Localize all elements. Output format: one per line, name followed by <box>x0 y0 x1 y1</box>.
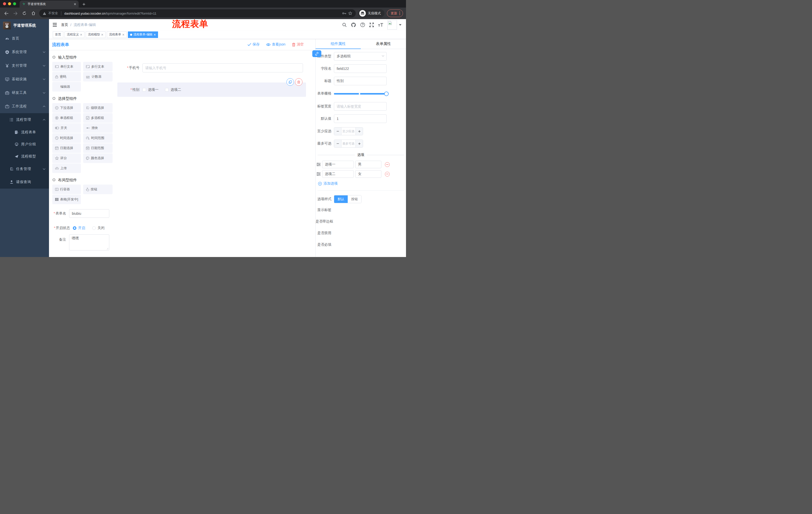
home-icon[interactable] <box>30 10 37 17</box>
label-width-input[interactable] <box>334 102 387 111</box>
component-type-select[interactable] <box>334 52 387 61</box>
font-size-icon[interactable] <box>377 21 384 29</box>
palette-item-rate[interactable]: 评分 <box>52 154 81 163</box>
palette-item-single-text[interactable]: 单行文本 <box>52 62 81 72</box>
option-label-input[interactable] <box>322 170 354 178</box>
browser-update-button[interactable]: 更新 <box>387 9 403 17</box>
remove-option-button[interactable] <box>385 172 390 177</box>
style-button-button[interactable]: 按钮 <box>348 195 361 203</box>
save-button[interactable]: 保存 <box>248 42 260 47</box>
tag-process-model[interactable]: 流程模型 <box>86 31 106 38</box>
palette-item-date-picker[interactable]: 日期选择 <box>52 143 81 153</box>
palette-item-checkbox-group[interactable]: 多选框组 <box>83 113 113 123</box>
tag-process-definition[interactable]: 流程定义 <box>64 31 84 38</box>
drag-handle-icon[interactable] <box>317 163 321 166</box>
component-type-value[interactable] <box>334 52 387 61</box>
copy-component-button[interactable] <box>286 78 294 86</box>
browser-menu-icon[interactable] <box>399 11 400 15</box>
remove-option-button[interactable] <box>385 162 390 167</box>
form-canvas[interactable]: *手机号 *性别 选项一 选项二 <box>115 50 315 257</box>
tag-process-form-edit[interactable]: 流程表单-编辑 <box>128 31 158 38</box>
palette-item-table[interactable]: 表格[开发中] <box>52 195 81 204</box>
add-option-button[interactable]: 添加选项 <box>318 181 406 186</box>
help-icon[interactable] <box>359 21 366 29</box>
decrease-button[interactable] <box>334 128 342 135</box>
palette-item-password[interactable]: 密码 <box>52 72 81 81</box>
palette-item-select[interactable]: 下拉选择 <box>52 103 81 113</box>
palette-item-cascader[interactable]: 级联选择 <box>83 103 113 113</box>
drag-handle-icon[interactable] <box>317 172 321 176</box>
option-value-input[interactable] <box>355 161 381 168</box>
option-value-input[interactable] <box>355 170 381 178</box>
palette-item-time-picker[interactable]: 时间选择 <box>52 133 81 143</box>
clear-button[interactable]: 清空 <box>292 42 304 47</box>
collapse-sidebar-icon[interactable] <box>53 23 57 27</box>
option-label-input[interactable] <box>322 161 354 168</box>
sidebar-item-user-group[interactable]: 用户分组 <box>0 138 49 151</box>
avatar-caret-icon[interactable] <box>399 24 402 26</box>
close-window-button[interactable] <box>3 2 6 5</box>
status-on-radio[interactable]: 开启 <box>73 226 85 231</box>
slider-thumb[interactable] <box>384 91 389 96</box>
palette-item-counter[interactable]: 123 计数器 <box>83 72 113 81</box>
sidebar-item-home[interactable]: 首页 <box>0 32 49 45</box>
palette-item-color-picker[interactable]: 颜色选择 <box>83 154 113 163</box>
sidebar-item-pay[interactable]: 支付管理 <box>0 59 49 73</box>
delete-component-button[interactable] <box>295 78 302 86</box>
sidebar-item-system[interactable]: 系统管理 <box>0 45 49 59</box>
default-value-input[interactable] <box>334 114 387 123</box>
tab-form-props[interactable]: 表单属性 <box>361 39 406 49</box>
breadcrumb-home[interactable]: 首页 <box>61 23 68 27</box>
sidebar-item-process-form[interactable]: 流程表单 <box>0 126 49 138</box>
canvas-field-gender-selected[interactable]: *性别 选项一 选项二 <box>117 82 306 97</box>
slider-track[interactable] <box>334 93 387 94</box>
avatar[interactable] <box>387 20 397 30</box>
resize-handle-icon[interactable] <box>107 248 109 250</box>
min-select-value[interactable]: 至少应选 <box>342 128 355 135</box>
tab-close-icon[interactable] <box>74 3 76 5</box>
github-icon[interactable] <box>350 21 357 29</box>
sidebar-item-leave-query[interactable]: 请假查询 <box>0 175 49 189</box>
status-off-radio[interactable]: 关闭 <box>92 226 105 231</box>
title-input[interactable] <box>334 77 387 85</box>
tag-close-icon[interactable] <box>101 34 103 36</box>
address-bar[interactable]: 不安全 dashboard.yudao.iocoder.cn/bpm/manag… <box>39 9 356 17</box>
bookmark-star-icon[interactable] <box>348 11 352 15</box>
decrease-button[interactable] <box>334 140 342 147</box>
palette-item-time-range[interactable]: 时间范围 <box>83 133 113 143</box>
palette-item-radio-group[interactable]: 单选框组 <box>52 113 81 123</box>
sidebar-item-workflow[interactable]: 工作流程 <box>0 100 49 113</box>
gender-option2-checkbox[interactable]: 选项二 <box>165 87 181 92</box>
palette-item-switch[interactable]: 开关 <box>52 123 81 133</box>
gender-option1-checkbox[interactable]: 选项一 <box>142 87 158 92</box>
palette-item-date-range[interactable]: 日期范围 <box>83 143 113 153</box>
sidebar-item-process-mgmt[interactable]: 流程管理 <box>0 113 49 126</box>
data-link-tab[interactable] <box>312 50 321 57</box>
increase-button[interactable] <box>355 140 363 147</box>
tag-close-icon[interactable] <box>154 34 156 36</box>
phone-input[interactable] <box>142 63 303 73</box>
view-json-button[interactable]: 查看json <box>266 42 285 47</box>
tab-component-props[interactable]: 组件属性 <box>316 39 361 49</box>
canvas-field-phone[interactable]: *手机号 <box>115 63 303 73</box>
palette-item-upload[interactable]: 上传 <box>52 163 81 173</box>
forward-icon[interactable] <box>12 10 19 17</box>
palette-item-slider[interactable]: 滑块 <box>83 123 113 133</box>
form-name-input[interactable] <box>69 209 109 218</box>
form-grid-slider[interactable] <box>334 89 387 98</box>
sidebar-item-process-model[interactable]: 流程模型 <box>0 151 49 162</box>
browser-tab[interactable]: 芋道管理系统 <box>20 0 79 7</box>
sidebar-item-task-mgmt[interactable]: 任务管理 <box>0 162 49 175</box>
max-select-value[interactable]: 最多可选 <box>342 140 355 147</box>
style-default-button[interactable]: 默认 <box>334 195 348 203</box>
key-icon[interactable] <box>342 12 346 15</box>
back-icon[interactable] <box>3 10 9 17</box>
fullscreen-icon[interactable] <box>368 21 375 29</box>
zoom-window-button[interactable] <box>13 2 16 5</box>
new-tab-button[interactable] <box>81 1 87 7</box>
tag-home[interactable]: 首页 <box>53 31 63 38</box>
tag-process-form[interactable]: 流程表单 <box>107 31 127 38</box>
tag-close-icon[interactable] <box>80 34 82 36</box>
minimize-window-button[interactable] <box>8 2 11 5</box>
remark-textarea[interactable]: 嘿嘿 <box>69 234 109 250</box>
